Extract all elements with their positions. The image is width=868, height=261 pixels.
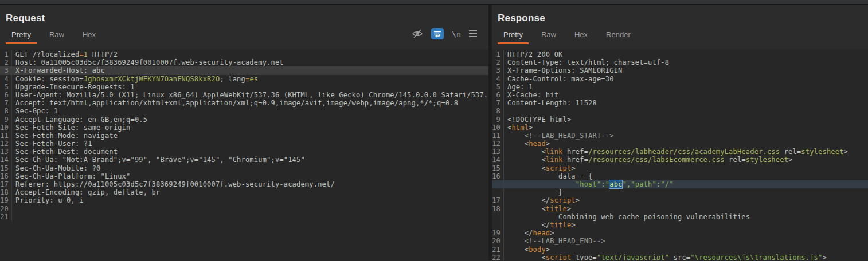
tab-hex[interactable]: Hex — [77, 28, 101, 44]
code-line[interactable]: 21 <body> — [492, 246, 868, 254]
line-number: 14 — [492, 156, 504, 164]
response-tabs: PrettyRawHexRender — [498, 28, 643, 44]
tab-pretty[interactable]: Pretty — [6, 28, 37, 44]
code-line[interactable]: 9Accept-Language: en-GB,en;q=0.5 — [0, 116, 488, 124]
tab-pretty[interactable]: Pretty — [498, 28, 529, 44]
code-line[interactable]: 6User-Agent: Mozilla/5.0 (X11; Linux x86… — [0, 91, 488, 99]
code-line[interactable]: 13Sec-Fetch-Dest: document — [0, 148, 488, 156]
line-number: 17 — [0, 180, 12, 188]
code-line[interactable]: 22 <script type="text/javascript" src="\… — [492, 254, 868, 260]
code-line[interactable]: 14 <link href=/resources/css/labsEcommer… — [492, 156, 868, 164]
tab-hex[interactable]: Hex — [569, 28, 593, 44]
code-line[interactable]: 21 — [0, 213, 488, 221]
code-line[interactable]: 5Age: 1 — [492, 83, 868, 91]
line-text — [507, 107, 868, 115]
line-number: 1 — [0, 50, 12, 58]
code-line[interactable]: 2Content-Type: text/html; charset=utf-8 — [492, 58, 868, 66]
code-line[interactable]: 16 data = { — [492, 172, 868, 180]
line-text: </script> — [507, 196, 868, 204]
code-line[interactable]: 20 <!--LAB_HEAD_END--> — [492, 237, 868, 245]
menu-icon[interactable] — [469, 30, 477, 37]
code-line[interactable]: 11Sec-Fetch-Mode: navigate — [0, 132, 488, 140]
line-number: 19 — [492, 229, 504, 237]
code-line[interactable]: 14Sec-Ch-Ua: "Not:A-Brand";v="99", "Brav… — [0, 156, 488, 164]
code-line[interactable]: 12Sec-Fetch-User: ?1 — [0, 140, 488, 148]
code-line[interactable]: 3X-Forwarded-Host: abc — [0, 66, 488, 74]
code-line[interactable]: 16Sec-Ch-Ua-Platform: "Linux" — [0, 172, 488, 180]
line-text: <!--LAB_HEAD_END--> — [507, 237, 868, 245]
code-line[interactable]: 10Sec-Fetch-Site: same-origin — [0, 124, 488, 132]
word-wrap-icon[interactable] — [431, 28, 444, 39]
line-number — [492, 213, 504, 221]
line-text: Age: 1 — [507, 83, 868, 91]
code-line[interactable]: 9<!DOCTYPE html> — [492, 116, 868, 124]
line-text: <!--LAB_HEAD_START--> — [507, 132, 868, 140]
code-line[interactable]: 15 <script> — [492, 164, 868, 172]
line-number: 7 — [0, 99, 12, 107]
code-line[interactable]: 18 <title> — [492, 205, 868, 213]
line-number: 8 — [492, 107, 504, 115]
line-text: <body> — [507, 246, 868, 254]
line-number: 16 — [492, 172, 504, 180]
line-text: HTTP/2 200 OK — [507, 50, 868, 58]
response-editor[interactable]: 1HTTP/2 200 OK2Content-Type: text/html; … — [492, 50, 868, 260]
line-text: </title> — [507, 221, 868, 229]
line-number: 9 — [0, 116, 12, 124]
line-number — [492, 221, 504, 229]
line-text: <html> — [507, 124, 868, 132]
code-line[interactable]: 18Accept-Encoding: gzip, deflate, br — [0, 188, 488, 196]
code-line[interactable]: 13 <link href=/resources/labheader/css/a… — [492, 148, 868, 156]
line-number: 2 — [0, 58, 12, 66]
code-line[interactable]: 1GET /?localized=1 HTTP/2 — [0, 50, 488, 58]
line-text: data = { — [507, 172, 868, 180]
newline-visibility-toggle[interactable]: \n — [452, 30, 461, 38]
code-line[interactable]: 20 — [0, 205, 488, 213]
line-text: User-Agent: Mozilla/5.0 (X11; Linux x86_… — [15, 91, 488, 99]
top-border-strip — [0, 0, 868, 5]
line-text: GET /?localized=1 HTTP/2 — [15, 50, 488, 58]
code-line[interactable]: "host":"abc","path":"/" — [492, 180, 868, 188]
line-number: 3 — [492, 66, 504, 74]
line-number: 6 — [492, 91, 504, 99]
line-number: 4 — [0, 75, 12, 83]
code-line[interactable]: 8 — [492, 107, 868, 115]
code-line[interactable]: 11 <!--LAB_HEAD_START--> — [492, 132, 868, 140]
code-line[interactable]: 15Sec-Ch-Ua-Mobile: ?0 — [0, 164, 488, 172]
tab-raw[interactable]: Raw — [44, 28, 70, 44]
code-line[interactable]: 10<html> — [492, 124, 868, 132]
code-line[interactable]: 2Host: 0a11005c03d5c7f38369249f0010007f.… — [0, 58, 488, 66]
code-line[interactable]: 17Referer: https://0a11005c03d5c7f383692… — [0, 180, 488, 188]
code-line[interactable]: 4Cache-Control: max-age=30 — [492, 75, 868, 83]
request-panel-title: Request — [6, 13, 480, 24]
tab-raw[interactable]: Raw — [535, 28, 562, 44]
line-number: 5 — [0, 83, 12, 91]
code-line[interactable]: 4Cookie: session=JghosxmrXCktjWEKYN7OanE… — [0, 75, 488, 83]
code-line[interactable]: </title> — [492, 221, 868, 229]
line-text: <script type="text/javascript" src="\res… — [507, 254, 868, 260]
line-number: 15 — [492, 164, 504, 172]
line-text: <head> — [507, 140, 868, 148]
eye-hidden-icon[interactable] — [412, 29, 423, 39]
code-line[interactable]: 3X-Frame-Options: SAMEORIGIN — [492, 66, 868, 74]
line-number: 8 — [0, 107, 12, 115]
code-line[interactable]: 8Sec-Gpc: 1 — [0, 107, 488, 115]
line-text: <link href=/resources/css/labsEcommerce.… — [507, 156, 868, 164]
line-text: Accept: text/html,application/xhtml+xml,… — [15, 99, 488, 107]
code-line[interactable]: 7Content-Length: 11528 — [492, 99, 868, 107]
line-text: Content-Length: 11528 — [507, 99, 868, 107]
code-line[interactable]: Combining web cache poisoning vulnerabil… — [492, 213, 868, 221]
code-line[interactable]: 19 </head> — [492, 229, 868, 237]
code-line[interactable]: 17 </script> — [492, 196, 868, 204]
code-line[interactable]: 19Priority: u=0, i — [0, 196, 488, 204]
code-line[interactable]: 12 <head> — [492, 140, 868, 148]
tab-render[interactable]: Render — [600, 28, 636, 44]
code-line[interactable]: 6X-Cache: hit — [492, 91, 868, 99]
code-line[interactable]: } — [492, 188, 868, 196]
line-text: Referer: https://0a11005c03d5c7f38369249… — [15, 180, 488, 188]
line-text: Host: 0a11005c03d5c7f38369249f0010007f.w… — [15, 58, 488, 66]
request-editor[interactable]: 1GET /?localized=1 HTTP/22Host: 0a11005c… — [0, 50, 488, 260]
code-line[interactable]: 7Accept: text/html,application/xhtml+xml… — [0, 99, 488, 107]
code-line[interactable]: 5Upgrade-Insecure-Requests: 1 — [0, 83, 488, 91]
code-line[interactable]: 1HTTP/2 200 OK — [492, 50, 868, 58]
line-number: 3 — [0, 66, 12, 74]
